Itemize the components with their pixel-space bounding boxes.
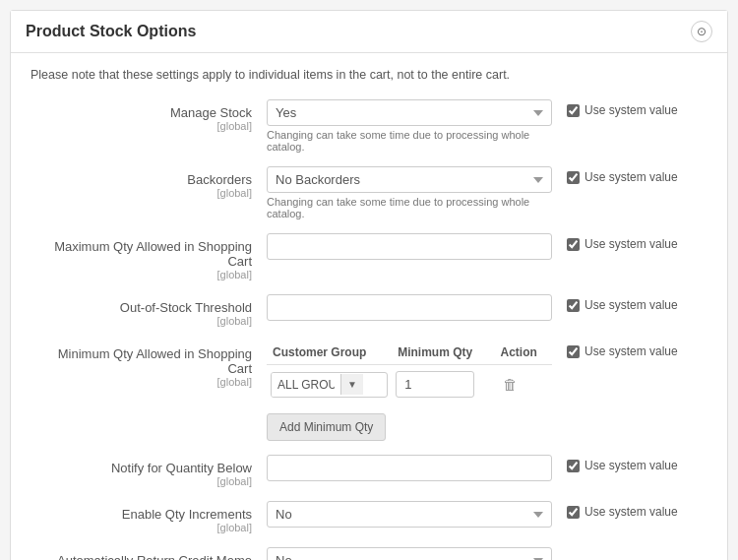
- out-of-stock-control: 0: [267, 294, 552, 321]
- backorders-control: No Backorders Allow Qty Below 0 Allow Qt…: [267, 166, 552, 219]
- out-of-stock-checkbox[interactable]: [567, 299, 580, 312]
- enable-qty-increments-system-value: Use system value: [567, 501, 678, 519]
- notify-below-label: Notify for Quantity Below [global]: [31, 455, 267, 487]
- min-qty-label: Minimum Qty Allowed in Shopping Cart [gl…: [31, 341, 267, 388]
- notify-below-row: Notify for Quantity Below [global] 1 Use…: [31, 455, 707, 487]
- max-qty-label: Maximum Qty Allowed in Shopping Cart [gl…: [31, 233, 267, 280]
- min-qty-control: Customer Group Minimum Qty Action ▼: [267, 341, 552, 441]
- col-customer-group: Customer Group: [267, 341, 392, 365]
- customer-group-select-wrap: ▼: [271, 372, 388, 398]
- notify-below-control: 1: [267, 455, 552, 481]
- min-qty-checkbox[interactable]: [567, 345, 580, 358]
- table-row: ▼ 🗑: [267, 365, 552, 404]
- out-of-stock-input[interactable]: 0: [267, 294, 552, 321]
- manage-stock-select[interactable]: Yes No: [267, 99, 552, 126]
- action-cell: 🗑: [495, 365, 553, 404]
- min-qty-value-input[interactable]: [396, 371, 474, 398]
- backorders-system-value: Use system value: [567, 166, 678, 184]
- max-qty-control: 10000: [267, 233, 552, 260]
- notify-below-input[interactable]: 1: [267, 455, 552, 481]
- enable-qty-increments-control: No Yes: [267, 501, 552, 528]
- manage-stock-system-value: Use system value: [567, 99, 678, 117]
- min-qty-cell: [392, 365, 494, 404]
- notice-text: Please note that these settings apply to…: [31, 68, 707, 82]
- out-of-stock-system-value: Use system value: [567, 294, 678, 312]
- notify-below-checkbox[interactable]: [567, 460, 580, 472]
- max-qty-row: Maximum Qty Allowed in Shopping Cart [gl…: [31, 233, 707, 280]
- panel-title: Product Stock Options: [26, 23, 196, 40]
- backorders-hint: Changing can take some time due to proce…: [267, 196, 552, 219]
- add-min-qty-button[interactable]: Add Minimum Qty: [267, 413, 386, 441]
- enable-qty-increments-select[interactable]: No Yes: [267, 501, 552, 528]
- out-of-stock-label: Out-of-Stock Threshold [global]: [31, 294, 267, 327]
- manage-stock-row: Manage Stock [global] Yes No Changing ca…: [31, 99, 707, 153]
- auto-return-control: No Yes: [267, 547, 552, 560]
- backorders-checkbox[interactable]: [567, 171, 580, 184]
- backorders-row: Backorders [global] No Backorders Allow …: [31, 166, 707, 219]
- customer-group-cell: ▼: [267, 365, 392, 404]
- backorders-label: Backorders [global]: [31, 166, 267, 199]
- customer-group-caret[interactable]: ▼: [340, 374, 363, 395]
- auto-return-label: Automatically Return Credit Memo Item to…: [31, 547, 267, 560]
- manage-stock-control: Yes No Changing can take some time due t…: [267, 99, 552, 153]
- manage-stock-label: Manage Stock [global]: [31, 99, 267, 132]
- col-action: Action: [495, 341, 553, 365]
- max-qty-system-value: Use system value: [567, 233, 678, 251]
- product-stock-options-panel: Product Stock Options ⊙ Please note that…: [10, 10, 728, 560]
- max-qty-input[interactable]: 10000: [267, 233, 552, 260]
- enable-qty-increments-row: Enable Qty Increments [global] No Yes Us…: [31, 501, 707, 533]
- enable-qty-increments-checkbox[interactable]: [567, 506, 580, 519]
- manage-stock-checkbox[interactable]: [567, 104, 580, 117]
- auto-return-select[interactable]: No Yes: [267, 547, 552, 560]
- panel-header: Product Stock Options ⊙: [11, 11, 727, 53]
- min-qty-system-value: Use system value: [567, 341, 678, 358]
- collapse-button[interactable]: ⊙: [691, 21, 712, 42]
- enable-qty-increments-label: Enable Qty Increments [global]: [31, 501, 267, 533]
- customer-group-input[interactable]: [272, 373, 340, 397]
- out-of-stock-row: Out-of-Stock Threshold [global] 0 Use sy…: [31, 294, 707, 327]
- min-qty-table: Customer Group Minimum Qty Action ▼: [267, 341, 552, 404]
- backorders-select[interactable]: No Backorders Allow Qty Below 0 Allow Qt…: [267, 166, 552, 193]
- collapse-icon: ⊙: [697, 25, 707, 38]
- min-qty-row: Minimum Qty Allowed in Shopping Cart [gl…: [31, 341, 707, 441]
- notify-below-system-value: Use system value: [567, 455, 678, 472]
- manage-stock-hint: Changing can take some time due to proce…: [267, 129, 552, 153]
- panel-body: Please note that these settings apply to…: [11, 53, 727, 560]
- auto-return-row: Automatically Return Credit Memo Item to…: [31, 547, 707, 560]
- col-minimum-qty: Minimum Qty: [392, 341, 494, 365]
- max-qty-checkbox[interactable]: [567, 238, 580, 251]
- delete-row-button[interactable]: 🗑: [499, 372, 522, 397]
